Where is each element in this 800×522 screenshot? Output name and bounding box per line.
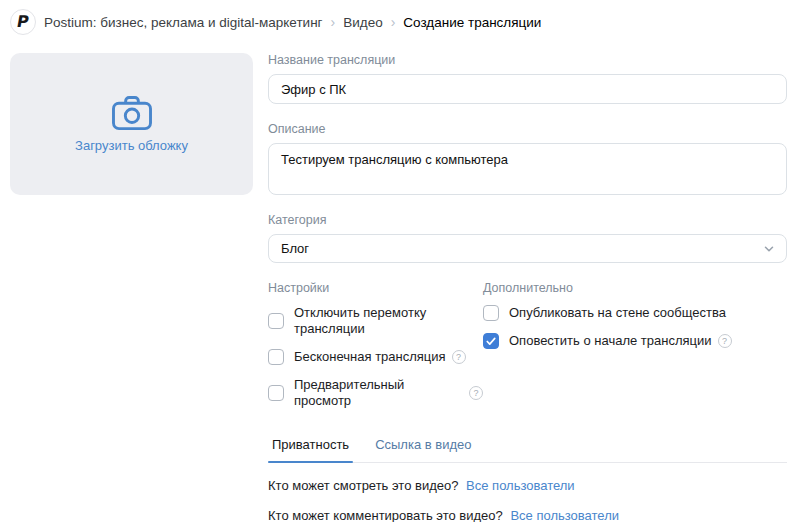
community-avatar[interactable]: P xyxy=(10,9,36,35)
main-content: Загрузить обложку Название трансляции Оп… xyxy=(0,44,800,522)
checkbox[interactable] xyxy=(268,349,284,365)
additional-section-label: Дополнительно xyxy=(483,281,787,296)
tab-video-link[interactable]: Ссылка в видео xyxy=(371,427,475,462)
checkbox-row-notify-start[interactable]: Оповестить о начале трансляции xyxy=(483,333,787,349)
breadcrumb-nav: Postium: бизнес, реклама и digital-марке… xyxy=(44,14,541,30)
checkbox-label: Оповестить о начале трансляции xyxy=(509,333,712,349)
checkbox-label: Бесконечная трансляция xyxy=(294,349,446,365)
upload-cover-button[interactable]: Загрузить обложку xyxy=(10,53,253,195)
title-label: Название трансляции xyxy=(268,53,787,68)
title-field-group: Название трансляции xyxy=(268,53,787,104)
broadcast-create-page: P Postium: бизнес, реклама и digital-мар… xyxy=(0,0,800,522)
description-field-group: Описание Тестируем трансляцию с компьюте… xyxy=(268,122,787,195)
category-field-group: Категория Блог xyxy=(268,213,787,263)
upload-cover-label: Загрузить обложку xyxy=(75,138,188,153)
description-label: Описание xyxy=(268,122,787,137)
checkbox-row-disable-rewind[interactable]: Отключить перемотку трансляции xyxy=(268,305,483,337)
title-input[interactable] xyxy=(268,74,787,104)
breadcrumb-current-page: Создание трансляции xyxy=(403,15,541,30)
category-select[interactable]: Блог xyxy=(268,234,787,263)
camera-icon xyxy=(111,95,153,131)
privacy-question: Кто может комментировать это видео? xyxy=(268,508,503,522)
chevron-right-icon: › xyxy=(331,14,336,30)
checkbox[interactable] xyxy=(483,333,499,349)
privacy-panel: Кто может смотреть это видео? Все пользо… xyxy=(268,478,787,522)
checkbox-row-publish-on-wall[interactable]: Опубликовать на стене сообщества xyxy=(483,305,787,321)
options-section: Настройки Отключить перемотку трансляции… xyxy=(268,281,787,421)
checkbox[interactable] xyxy=(483,305,499,321)
broadcast-form: Название трансляции Описание Тестируем т… xyxy=(268,53,787,522)
privacy-value-link[interactable]: Все пользователи xyxy=(510,508,619,522)
settings-column: Настройки Отключить перемотку трансляции… xyxy=(268,281,483,421)
help-icon[interactable] xyxy=(469,386,483,400)
tab-privacy[interactable]: Приватность xyxy=(268,427,353,462)
category-label: Категория xyxy=(268,213,787,228)
chevron-down-icon xyxy=(762,242,776,256)
checkbox-label: Опубликовать на стене сообщества xyxy=(509,305,726,321)
additional-column: Дополнительно Опубликовать на стене сооб… xyxy=(483,281,787,421)
community-logo-letter: P xyxy=(16,14,31,30)
checkbox-row-endless-stream[interactable]: Бесконечная трансляция xyxy=(268,349,483,365)
tab-bar: Приватность Ссылка в видео xyxy=(268,427,787,463)
privacy-value-link[interactable]: Все пользователи xyxy=(466,478,575,493)
help-icon[interactable] xyxy=(452,350,466,364)
privacy-row-comment: Кто может комментировать это видео? Все … xyxy=(268,508,787,522)
privacy-row-watch: Кто может смотреть это видео? Все пользо… xyxy=(268,478,787,494)
checkmark-icon xyxy=(486,337,496,346)
breadcrumb: P Postium: бизнес, реклама и digital-мар… xyxy=(0,0,800,44)
breadcrumb-video-link[interactable]: Видео xyxy=(343,15,382,30)
chevron-right-icon: › xyxy=(391,14,396,30)
checkbox[interactable] xyxy=(268,385,284,401)
description-textarea[interactable]: Тестируем трансляцию с компьютера xyxy=(268,143,787,195)
checkbox[interactable] xyxy=(268,313,284,329)
breadcrumb-community-link[interactable]: Postium: бизнес, реклама и digital-марке… xyxy=(44,15,323,30)
category-selected-value: Блог xyxy=(281,241,309,256)
privacy-question: Кто может смотреть это видео? xyxy=(268,478,458,493)
checkbox-row-preview[interactable]: Предварительный просмотр xyxy=(268,377,483,409)
cover-column: Загрузить обложку xyxy=(10,53,253,195)
checkbox-label: Отключить перемотку трансляции xyxy=(294,305,483,337)
checkbox-label: Предварительный просмотр xyxy=(294,377,463,409)
help-icon[interactable] xyxy=(718,334,732,348)
settings-section-label: Настройки xyxy=(268,281,483,296)
